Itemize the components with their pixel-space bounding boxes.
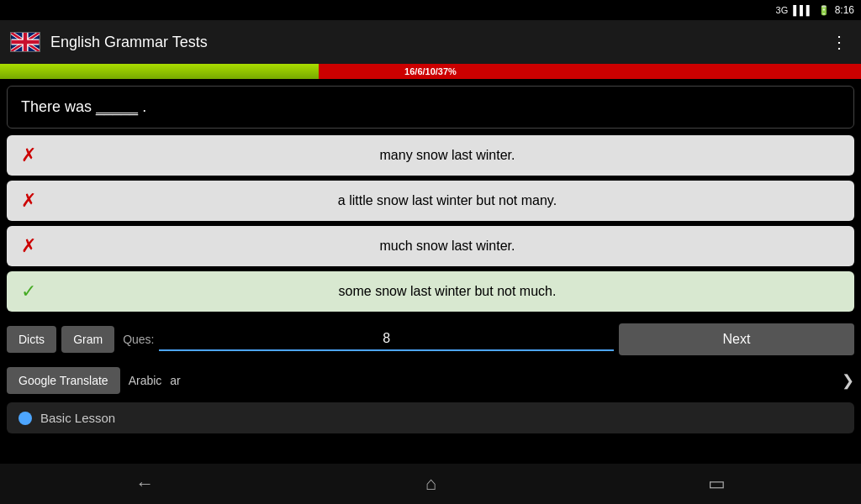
progress-fill xyxy=(0,64,319,79)
question-input-wrapper xyxy=(159,328,614,351)
lesson-text: Basic Lesson xyxy=(40,411,115,425)
status-bar: 3G ▌▌▌ 🔋 8:16 xyxy=(0,0,861,20)
option-2-icon: ✗ xyxy=(17,190,40,212)
next-button[interactable]: Next xyxy=(619,323,854,355)
option-4-icon: ✓ xyxy=(17,281,40,302)
dicts-button[interactable]: Dicts xyxy=(7,326,56,353)
question-number-input[interactable] xyxy=(159,328,614,351)
clock: 8:16 xyxy=(835,4,854,16)
flag-icon xyxy=(10,32,40,52)
lesson-dot-icon xyxy=(18,412,32,425)
gram-button[interactable]: Gram xyxy=(61,326,114,353)
progress-text: 16/6/10/37% xyxy=(404,66,457,76)
option-1-icon: ✗ xyxy=(17,144,40,166)
progress-bar: 16/6/10/37% xyxy=(0,64,861,79)
option-row-3[interactable]: ✗ much snow last winter. xyxy=(7,226,854,266)
option-1-text: many snow last winter. xyxy=(50,148,844,163)
expand-icon[interactable]: ❯ xyxy=(842,371,854,390)
option-row-1[interactable]: ✗ many snow last winter. xyxy=(7,135,854,176)
question-blank: _____ xyxy=(96,98,138,115)
home-nav-icon[interactable]: ⌂ xyxy=(425,473,436,495)
option-4-text: some snow last winter but not much. xyxy=(50,284,844,299)
option-3-text: much snow last winter. xyxy=(50,239,844,254)
app-header: English Grammar Tests ⋮ xyxy=(0,20,861,64)
nav-bar: ← ⌂ ▭ xyxy=(0,464,861,504)
back-nav-icon[interactable]: ← xyxy=(135,473,154,495)
app-title: English Grammar Tests xyxy=(50,34,817,51)
option-row-2[interactable]: ✗ a little snow last winter but not many… xyxy=(7,181,854,221)
options-container: ✗ many snow last winter. ✗ a little snow… xyxy=(0,135,861,312)
recent-apps-icon[interactable]: ▭ xyxy=(708,473,726,495)
option-row-4[interactable]: ✓ some snow last winter but not much. xyxy=(7,271,854,312)
option-3-icon: ✗ xyxy=(17,235,40,257)
ques-label: Ques: xyxy=(123,333,154,346)
language-name: Arabic xyxy=(129,374,162,387)
question-text: There was _____ . xyxy=(21,98,146,115)
wifi-bars-icon: ▌▌▌ xyxy=(793,5,812,15)
battery-icon: 🔋 xyxy=(818,5,830,16)
question-box: There was _____ . xyxy=(7,86,854,129)
google-translate-button[interactable]: Google Translate xyxy=(7,367,120,394)
lesson-row[interactable]: Basic Lesson xyxy=(7,402,854,433)
signal-icon: 3G xyxy=(776,5,789,15)
option-2-text: a little snow last winter but not many. xyxy=(50,193,844,208)
overflow-menu-icon[interactable]: ⋮ xyxy=(827,29,851,55)
language-code: ar xyxy=(170,374,180,387)
translate-bar: Google Translate Arabic ar ❯ xyxy=(0,362,861,399)
question-prefix: There was xyxy=(21,98,92,115)
question-suffix: . xyxy=(142,98,146,115)
bottom-toolbar: Dicts Gram Ques: Next xyxy=(0,317,861,362)
